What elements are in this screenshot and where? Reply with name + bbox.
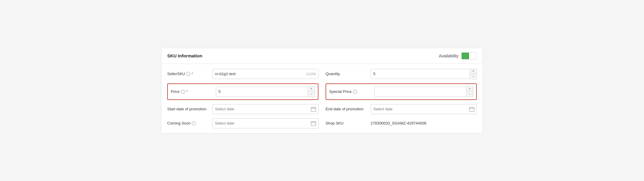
form-grid: SellerSKU i * 12/255 Quantity + [167, 69, 477, 128]
seller-sku-label: SellerSKU i * [167, 72, 209, 76]
price-stepper-buttons: + − [308, 86, 315, 97]
special-price-decrement-button[interactable]: − [466, 92, 473, 97]
start-date-label: Start date of promotion [167, 107, 209, 111]
price-stepper-group: + − [216, 86, 315, 97]
price-label: Price i * [171, 89, 212, 94]
price-required: * [186, 89, 188, 94]
start-date-input-wrapper [212, 104, 318, 114]
quantity-input[interactable] [371, 69, 470, 79]
coming-soon-info-icon[interactable]: i [192, 121, 196, 125]
special-price-row: Special Price i + − [326, 83, 477, 100]
availability-container: Availability [439, 52, 477, 59]
card-title: SKU Information [167, 53, 202, 58]
special-price-info-icon[interactable]: i [353, 90, 357, 94]
sku-information-card: SKU Information Availability SellerSKU i… [161, 48, 483, 133]
end-date-input[interactable] [371, 104, 477, 114]
price-decrement-button[interactable]: − [308, 92, 315, 97]
special-price-input[interactable] [374, 87, 466, 97]
special-price-increment-button[interactable]: + [466, 87, 473, 92]
shop-sku-label: Shop SKU [326, 121, 367, 125]
toggle-on-segment [462, 53, 469, 59]
seller-sku-required: * [192, 72, 193, 76]
price-input[interactable] [216, 87, 308, 97]
quantity-label: Quantity [326, 72, 367, 76]
seller-sku-input-wrapper: 12/255 [212, 69, 318, 79]
end-date-row: End date of promotion [326, 104, 477, 114]
seller-sku-input[interactable] [212, 69, 318, 79]
toggle-off-segment [469, 53, 476, 59]
quantity-row: Quantity + − [326, 69, 477, 79]
seller-sku-info-icon[interactable]: i [186, 72, 190, 76]
coming-soon-row: Coming Soon i [167, 118, 318, 128]
start-date-row: Start date of promotion [167, 104, 318, 114]
coming-soon-label: Coming Soon i [167, 121, 209, 125]
coming-soon-input[interactable] [212, 118, 318, 128]
shop-sku-row: Shop SKU 278300033_SGAMZ-429744006 [326, 118, 477, 128]
card-header: SKU Information Availability [161, 48, 483, 64]
quantity-stepper-buttons: + − [470, 69, 477, 79]
end-date-input-wrapper [371, 104, 477, 114]
price-row: Price i * + − [167, 83, 318, 100]
special-price-stepper-group: + − [374, 86, 473, 97]
start-date-input[interactable] [212, 104, 318, 114]
seller-sku-row: SellerSKU i * 12/255 [167, 69, 318, 79]
availability-toggle[interactable] [461, 52, 477, 59]
quantity-decrement-button[interactable]: − [470, 74, 476, 79]
coming-soon-input-wrapper [212, 118, 318, 128]
quantity-stepper-group: + − [371, 69, 477, 79]
shop-sku-value: 278300033_SGAMZ-429744006 [371, 121, 426, 125]
price-increment-button[interactable]: + [308, 87, 315, 92]
end-date-label: End date of promotion [326, 107, 367, 111]
price-info-icon[interactable]: i [181, 90, 185, 94]
special-price-label: Special Price i [329, 89, 371, 94]
special-price-stepper-buttons: + − [466, 86, 473, 97]
card-body: SellerSKU i * 12/255 Quantity + [161, 64, 483, 133]
quantity-increment-button[interactable]: + [470, 69, 476, 74]
availability-label: Availability [439, 54, 458, 58]
